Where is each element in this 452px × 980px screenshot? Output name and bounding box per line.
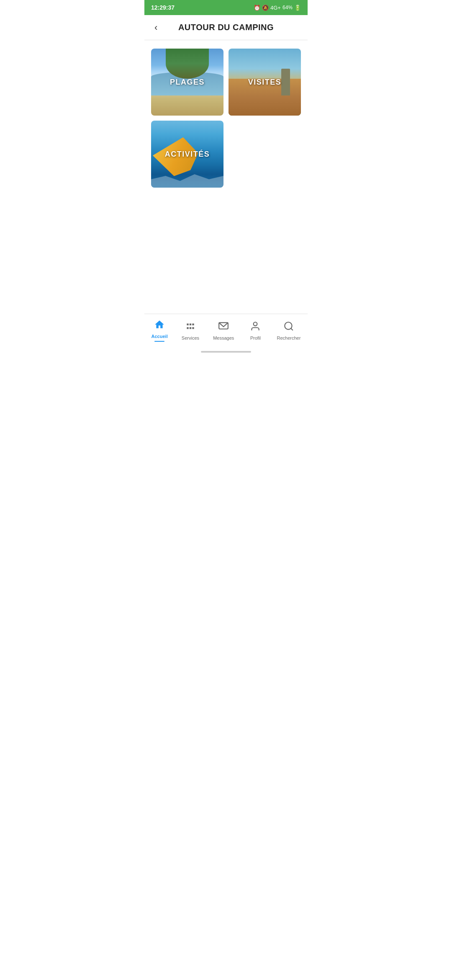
battery-icon: 🔋: [294, 5, 301, 11]
nav-profil-label: Profil: [250, 335, 261, 340]
notification-icon: 🔕: [262, 5, 269, 11]
main-content: PLAGES VISITES ACTIVITÉS: [144, 40, 308, 314]
nav-messages-label: Messages: [213, 335, 234, 340]
status-bar: 12:29:37 ⏰ 🔕 4G+ 64% 🔋: [144, 0, 308, 15]
visites-label: VISITES: [248, 78, 282, 87]
plages-label: PLAGES: [170, 78, 205, 87]
category-activites[interactable]: ACTIVITÉS: [151, 121, 223, 188]
nav-services-label: Services: [182, 335, 199, 340]
profile-icon: [250, 321, 261, 334]
activites-label: ACTIVITÉS: [165, 150, 210, 159]
status-icons: ⏰ 🔕 4G+ 64% 🔋: [254, 5, 301, 11]
handle-bar: [201, 351, 251, 353]
nav-rechercher[interactable]: Rechercher: [272, 319, 306, 342]
nav-accueil-label: Accueil: [152, 334, 168, 339]
category-visites[interactable]: VISITES: [229, 49, 301, 116]
category-grid: PLAGES VISITES ACTIVITÉS: [151, 49, 301, 188]
svg-point-2: [285, 322, 292, 329]
svg-point-1: [254, 322, 257, 326]
nav-services[interactable]: Services: [177, 319, 204, 342]
nav-profil[interactable]: Profil: [243, 319, 268, 342]
nav-rechercher-label: Rechercher: [277, 335, 301, 340]
search-icon: [283, 321, 294, 334]
alarm-icon: ⏰: [254, 5, 260, 11]
nav-messages[interactable]: Messages: [208, 319, 239, 342]
header: ‹ AUTOUR DU CAMPING: [144, 15, 308, 40]
category-plages[interactable]: PLAGES: [151, 49, 223, 116]
nav-active-indicator: [154, 341, 164, 342]
back-button[interactable]: ‹: [151, 21, 161, 35]
page-title: AUTOUR DU CAMPING: [178, 23, 274, 32]
bottom-handle: [144, 348, 308, 353]
bottom-navigation: Accueil Services Messages Profil: [144, 314, 308, 348]
signal-icon: 4G+: [270, 5, 281, 11]
battery-level: 64%: [282, 5, 293, 10]
svg-line-3: [291, 328, 293, 330]
messages-icon: [218, 321, 229, 334]
services-icon: [185, 321, 196, 334]
status-time: 12:29:37: [151, 4, 175, 11]
nav-accueil[interactable]: Accueil: [146, 317, 173, 343]
home-icon: [154, 319, 165, 333]
